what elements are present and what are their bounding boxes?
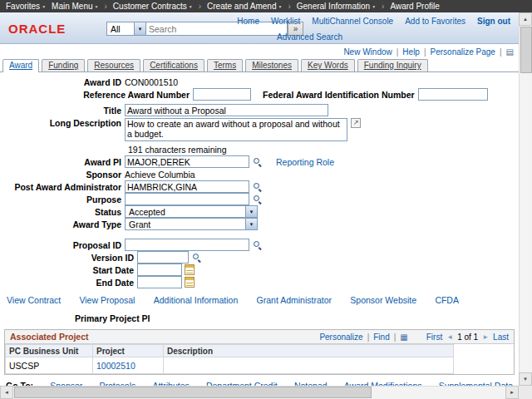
column-project: Project	[93, 345, 164, 357]
breadcrumb-favorites[interactable]: Favorites▼	[6, 2, 46, 11]
tab-funding[interactable]: Funding	[42, 59, 85, 71]
associated-project-table: PC Business Unit Project Description USC…	[5, 344, 454, 374]
reporting-role-link[interactable]: Reporting Role	[276, 157, 334, 167]
last-link[interactable]: Last	[493, 332, 509, 342]
worklist-link[interactable]: Worklist	[271, 17, 300, 26]
tab-award[interactable]: Award	[2, 59, 39, 72]
award-type-label: Award Type	[0, 219, 125, 229]
title-input[interactable]	[125, 104, 328, 116]
reference-award-number-input[interactable]	[193, 88, 251, 101]
breadcrumb-separator: ›	[105, 2, 107, 11]
scroll-left-icon[interactable]: ◄	[0, 386, 13, 399]
dropdown-arrow-icon: ▼	[134, 22, 145, 35]
sponsor-value: Achieve Columbia	[125, 170, 195, 180]
grid-tools: Personalize | Find | ▦ First ◄ 1 of 1 ► …	[319, 332, 509, 342]
award-type-select[interactable]: Grant ▼	[125, 218, 258, 230]
related-links-row: View Contract View Proposal Additional I…	[0, 295, 519, 307]
post-award-administrator-label: Post Award Administrator	[0, 182, 125, 192]
tab-terms[interactable]: Terms	[207, 59, 243, 71]
chevron-down-icon: ▼	[278, 4, 282, 9]
add-to-favorites-link[interactable]: Add to Favorites	[405, 17, 466, 26]
sign-out-link[interactable]: Sign out	[477, 17, 510, 26]
new-window-link[interactable]: New Window	[343, 47, 392, 57]
award-pi-label: Award PI	[0, 157, 125, 167]
project-link[interactable]: 10002510	[96, 361, 135, 371]
cfda-link[interactable]: CFDA	[435, 295, 459, 307]
purpose-input[interactable]	[125, 193, 249, 205]
page-tabs: Award Funding Resources Certifications T…	[0, 57, 519, 72]
post-award-administrator-lookup-icon[interactable]	[252, 181, 263, 192]
award-pi-lookup-icon[interactable]	[252, 156, 263, 167]
award-pi-input[interactable]	[125, 155, 249, 168]
horizontal-scrollbar[interactable]: ◄ ►	[0, 386, 519, 399]
proposal-id-lookup-icon[interactable]	[252, 239, 263, 250]
previous-row-icon[interactable]: ◄	[446, 333, 453, 341]
breadcrumb-general-information[interactable]: General Information▼	[297, 2, 376, 11]
sponsor-website-link[interactable]: Sponsor Website	[350, 295, 416, 307]
dropdown-arrow-icon: ▼	[245, 206, 257, 217]
federal-award-id-input[interactable]	[418, 88, 488, 101]
cell-pc-business-unit: USCSP	[6, 357, 93, 374]
pagination-count: 1 of 1	[457, 332, 478, 342]
column-pc-business-unit: PC Business Unit	[6, 345, 93, 357]
scroll-up-icon[interactable]: ▲	[519, 12, 532, 26]
header-nav: Home Worklist MultiChannel Console Add t…	[237, 17, 510, 26]
version-id-label: Version ID	[0, 253, 137, 263]
vertical-scrollbar-thumb[interactable]	[520, 27, 532, 73]
view-contract-link[interactable]: View Contract	[7, 295, 61, 307]
long-description-textarea[interactable]: How to create an award without a proposa…	[125, 118, 347, 141]
multichannel-console-link[interactable]: MultiChannel Console	[312, 17, 393, 26]
breadcrumb-main-menu[interactable]: Main Menu▼	[52, 2, 98, 11]
first-link[interactable]: First	[426, 332, 442, 342]
end-date-input[interactable]	[137, 276, 182, 288]
start-date-row: Start Date	[0, 264, 519, 276]
proposal-id-input[interactable]	[125, 239, 249, 251]
status-row: Status Accepted ▼	[0, 205, 519, 218]
federal-award-id-label: Federal Award Identification Number	[251, 90, 418, 100]
status-label: Status	[0, 207, 125, 217]
personalize-link[interactable]: Personalize	[319, 332, 362, 342]
status-select[interactable]: Accepted ▼	[125, 205, 258, 218]
advanced-search-link[interactable]: Advanced Search	[277, 32, 342, 42]
copy-url-icon[interactable]: ▤	[506, 47, 514, 57]
breadcrumb-separator: ›	[199, 2, 201, 11]
characters-remaining: 191 characters remaining	[128, 145, 519, 155]
purpose-lookup-icon[interactable]	[252, 194, 263, 204]
proposal-id-label: Proposal ID	[0, 240, 125, 250]
home-link[interactable]: Home	[237, 17, 259, 26]
horizontal-scrollbar-thumb[interactable]	[14, 387, 372, 398]
version-id-lookup-icon[interactable]	[191, 252, 202, 263]
table-row: USCSP 10002510	[6, 357, 454, 374]
search-scope-select[interactable]: All ▼	[106, 22, 146, 36]
end-date-calendar-icon[interactable]	[185, 277, 195, 288]
help-link[interactable]: Help	[402, 47, 420, 57]
award-form: Award ID CON0001510 Reference Award Numb…	[0, 72, 519, 288]
breadcrumb-customer-contracts[interactable]: Customer Contracts▼	[113, 2, 193, 11]
download-icon[interactable]: ▦	[400, 332, 407, 342]
vertical-scrollbar[interactable]: ▲ ▼	[519, 12, 532, 386]
tab-certifications[interactable]: Certifications	[143, 59, 204, 71]
version-id-row: Version ID	[0, 251, 519, 264]
tab-milestones[interactable]: Milestones	[245, 59, 298, 71]
award-type-row: Award Type Grant ▼	[0, 218, 519, 230]
version-id-input[interactable]	[137, 251, 189, 264]
view-proposal-link[interactable]: View Proposal	[79, 295, 135, 307]
next-row-icon[interactable]: ►	[482, 333, 489, 341]
tab-key-words[interactable]: Key Words	[301, 59, 355, 71]
find-link[interactable]: Find	[373, 332, 389, 342]
grant-administrator-link[interactable]: Grant Administrator	[257, 295, 332, 307]
scroll-right-icon[interactable]: ►	[505, 386, 519, 399]
additional-information-link[interactable]: Additional Information	[154, 295, 239, 307]
tab-funding-inquiry[interactable]: Funding Inquiry	[357, 59, 428, 71]
breadcrumb-award-profile[interactable]: Award Profile	[390, 2, 439, 11]
grid-divider: |	[367, 332, 370, 342]
breadcrumb-create-and-amend[interactable]: Create and Amend▼	[207, 2, 282, 11]
tab-resources[interactable]: Resources	[87, 59, 140, 71]
post-award-administrator-input[interactable]	[125, 180, 249, 193]
start-date-calendar-icon[interactable]	[185, 264, 195, 275]
scroll-down-icon[interactable]: ▼	[519, 372, 532, 386]
breadcrumb-create-and-amend-label: Create and Amend	[207, 2, 276, 11]
personalize-page-link[interactable]: Personalize Page	[431, 47, 495, 57]
expand-icon[interactable]: ↗	[351, 118, 361, 128]
start-date-input[interactable]	[137, 264, 182, 276]
